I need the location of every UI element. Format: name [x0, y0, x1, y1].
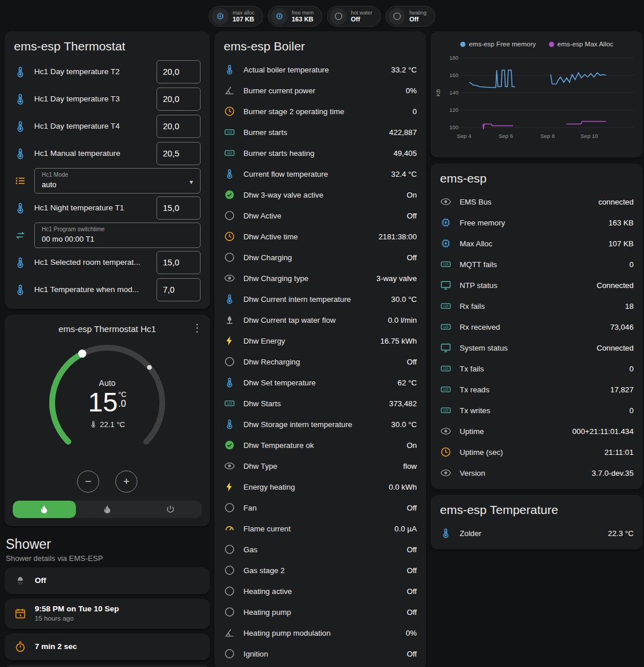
- entity-row[interactable]: Dhw Energy16.75 kWh: [224, 330, 417, 351]
- chart-legend: ems-esp Free memoryems-esp Max Alloc: [434, 36, 639, 51]
- entity-row[interactable]: Dhw ActiveOff: [224, 205, 417, 226]
- entity-label: Actual boiler temperature: [243, 65, 383, 74]
- entity-row[interactable]: Dhw 3-way valve activeOn: [224, 184, 417, 205]
- circle-outline-icon: [334, 12, 343, 21]
- shower-detail-card[interactable]: 9:58 PM on Tue 10 Sep15 hours ago: [5, 599, 210, 629]
- entity-row[interactable]: Dhw Current tap water flow0.0 l/min: [224, 309, 417, 330]
- temperature-input[interactable]: [157, 115, 201, 138]
- entity-row[interactable]: Dhw Storage intern temperature30.0 °C: [224, 414, 417, 435]
- entity-row[interactable]: Burner current power0%: [224, 80, 417, 101]
- entity-row[interactable]: FanOff: [224, 497, 417, 518]
- entity-row[interactable]: Free memory163 KB: [440, 212, 634, 233]
- entity-row[interactable]: 123MQTT fails0: [440, 254, 634, 275]
- entity-row[interactable]: Zolder22.3 °C: [440, 523, 634, 544]
- mode-off-button[interactable]: [139, 501, 202, 518]
- legend-item[interactable]: ems-esp Max Alloc: [549, 41, 614, 48]
- eye-icon: [440, 425, 452, 437]
- mode-select[interactable]: Hc1 Modeauto▾: [34, 168, 201, 194]
- entity-row[interactable]: Heating pumpOff: [224, 602, 417, 622]
- entity-row[interactable]: Energy heating0.0 kWh: [224, 476, 417, 497]
- entity-row[interactable]: 123Tx fails0: [440, 358, 634, 379]
- boiler-card: ems-esp Boiler Actual boiler temperature…: [214, 31, 426, 667]
- shower-detail-card[interactable]: Off: [5, 567, 210, 594]
- entity-row[interactable]: Heating pump modulation0%: [224, 622, 417, 643]
- entity-row[interactable]: System statusConnected: [440, 337, 634, 358]
- entity-row[interactable]: Dhw Active time2181:38:00: [224, 226, 417, 247]
- entity-row[interactable]: Dhw ChargingOff: [224, 247, 417, 268]
- entity-row[interactable]: NTP statusConnected: [440, 275, 634, 296]
- thermometer-icon: [440, 527, 452, 539]
- entity-value: 18: [625, 302, 634, 311]
- temperature-input[interactable]: [157, 60, 201, 83]
- temperature-input[interactable]: [157, 142, 201, 165]
- entity-row[interactable]: Uptime000+21:11:01.434: [440, 421, 634, 442]
- svg-text:140: 140: [449, 89, 459, 96]
- entity-row[interactable]: 123Tx reads17,827: [440, 379, 634, 400]
- entity-row[interactable]: Current flow temperature32.4 °C: [224, 163, 417, 184]
- temperature-input[interactable]: [157, 251, 201, 274]
- entity-row[interactable]: 123Rx received73,046: [440, 316, 634, 337]
- entity-row[interactable]: 123Tx writes0: [440, 400, 634, 421]
- entity-row[interactable]: Dhw Typeflow: [224, 455, 417, 476]
- more-options-icon[interactable]: ⋮: [191, 322, 203, 334]
- card-title: ems-esp Thermostat: [5, 31, 210, 57]
- svg-text:123: 123: [227, 402, 232, 405]
- entity-row[interactable]: 123Rx fails18: [440, 296, 634, 316]
- entity-row[interactable]: Gas stage 2Off: [224, 560, 417, 581]
- entity-row[interactable]: Heating activeOff: [224, 581, 417, 602]
- entity-row[interactable]: IgnitionOff: [224, 643, 417, 664]
- entity-label: Tx fails: [460, 365, 621, 373]
- memory-chart[interactable]: 180160140120100Sep 4Sep 6Sep 8Sep 10KB: [434, 51, 638, 141]
- entity-row[interactable]: Flame current0.0 µA: [224, 518, 417, 539]
- badge-hot-water[interactable]: hot waterOff: [327, 6, 381, 27]
- entity-row[interactable]: 123Burner starts422,887: [224, 122, 417, 143]
- entity-label: Dhw Charging: [243, 253, 399, 262]
- mode-auto-button[interactable]: [13, 501, 76, 518]
- increase-temp-button[interactable]: +: [115, 471, 137, 493]
- entity-row[interactable]: EMS Busconnected: [440, 191, 634, 212]
- entity-value: 3.7.0-dev.35: [592, 469, 634, 478]
- entity-row[interactable]: Dhw Current intern temperature30.0 °C: [224, 289, 417, 309]
- entity-row[interactable]: Dhw Charging type3-way valve: [224, 268, 417, 289]
- ems-status-card: ems-esp EMS BusconnectedFree memory163 K…: [431, 163, 643, 489]
- temperature-input[interactable]: [157, 278, 201, 301]
- badge-heating[interactable]: heatingOff: [385, 6, 435, 27]
- target-temperature: 15 °C .0: [88, 389, 126, 415]
- entity-row[interactable]: Uptime (sec)21:11:01: [440, 442, 634, 462]
- temperature-input[interactable]: [157, 196, 201, 220]
- entity-value: 0%: [406, 86, 417, 95]
- floating-label: Hc1 Program switchtime: [42, 226, 104, 232]
- svg-text:123: 123: [443, 409, 448, 412]
- legend-item[interactable]: ems-esp Free memory: [460, 41, 536, 48]
- thermostat-dial[interactable]: Auto 15 °C .0 22.1 °C: [32, 336, 183, 467]
- thermometer-icon: [224, 377, 235, 388]
- decrease-temp-button[interactable]: −: [77, 471, 99, 493]
- mode-heat-button[interactable]: [76, 501, 139, 518]
- field-value: 00 mo 00:00 T1: [42, 235, 94, 243]
- field-value: auto: [42, 180, 56, 189]
- temperature-input[interactable]: [157, 88, 201, 111]
- entity-row[interactable]: GasOff: [224, 539, 417, 560]
- entity-row[interactable]: Dhw RechargingOff: [224, 351, 417, 372]
- setting-label: Hc1 Selected room temperat...: [34, 258, 149, 267]
- temperature-steppers: − +: [13, 471, 202, 493]
- entity-row[interactable]: Actual boiler temperature33.2 °C: [224, 59, 417, 80]
- shower-detail-card[interactable]: 7 min 2 sec: [5, 633, 210, 660]
- shower-detail-card[interactable]: ❄: [5, 665, 210, 667]
- entity-row[interactable]: 123Burner starts heating49,405: [224, 143, 417, 163]
- entity-row[interactable]: Max Alloc107 KB: [440, 233, 634, 254]
- badge-value: 163 KB: [292, 16, 314, 23]
- entity-row[interactable]: 123Dhw Starts373,482: [224, 393, 417, 414]
- badge-max-alloc[interactable]: max alloc107 KB: [209, 6, 263, 27]
- counter-icon: 123: [440, 321, 452, 333]
- badge-free-mem[interactable]: free mem163 KB: [268, 6, 322, 27]
- entity-label: Heating active: [243, 587, 399, 596]
- entity-row[interactable]: Burner stage 2 operating time0: [224, 101, 417, 122]
- entity-row[interactable]: Dhw Temperature okOn: [224, 435, 417, 455]
- entity-row[interactable]: Dhw Set temperature62 °C: [224, 372, 417, 393]
- thermometer-icon: [14, 256, 27, 269]
- switchtime-input[interactable]: Hc1 Program switchtime00 mo 00:00 T1: [34, 223, 201, 248]
- hvac-mode-buttons: [13, 501, 202, 518]
- entity-row[interactable]: Version3.7.0-dev.35: [440, 462, 634, 483]
- thermometer-icon: [14, 120, 27, 133]
